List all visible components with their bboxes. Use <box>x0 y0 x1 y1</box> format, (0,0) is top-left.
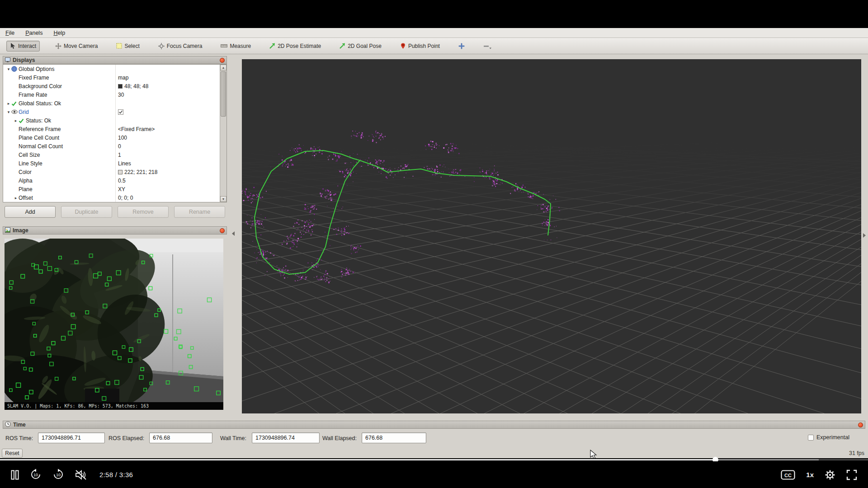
scroll-down-arrow-icon[interactable]: ▼ <box>220 196 226 202</box>
tool-remove-tool-minus[interactable] <box>480 41 495 51</box>
display-property-row-status-ok[interactable]: ▸Status: Ok <box>3 116 226 125</box>
tool-add-tool-plus[interactable] <box>455 41 468 51</box>
display-property-row-normal-cell-count[interactable]: Normal Cell Count0 <box>3 142 226 150</box>
camera-image-view: SLAM V.O. | Maps: 1, KFs: 86, MPs: 573, … <box>5 239 223 410</box>
tool-publish-point[interactable]: Publish Point <box>397 41 443 51</box>
video-progress-bar[interactable] <box>0 458 868 461</box>
reset-button[interactable]: Reset <box>2 449 23 458</box>
tool-select[interactable]: Select <box>113 41 142 51</box>
display-property-row-alpha[interactable]: Alpha0.5 <box>3 176 226 185</box>
property-value[interactable]: 48; 48; 48 <box>118 82 148 90</box>
wall-elapsedfield[interactable]: 676.68 <box>362 432 426 443</box>
color-swatch <box>118 170 123 174</box>
forward-10-button[interactable]: 10 <box>52 469 64 481</box>
value-text: XY <box>118 186 125 192</box>
property-value[interactable] <box>118 108 123 116</box>
settings-gear-icon[interactable] <box>825 469 835 480</box>
tool-focus-camera[interactable]: Focus Camera <box>155 41 206 51</box>
closed-captions-button[interactable]: CC <box>781 470 795 480</box>
video-player: FilePanelsHelp InteractMove CameraSelect… <box>0 0 868 488</box>
wall-timelabel: Wall Time: <box>220 435 246 441</box>
displays-panel-title: Displays <box>13 57 35 63</box>
tool-move-camera[interactable]: Move Camera <box>52 41 101 51</box>
display-property-row-reference-frame[interactable]: Reference Frame<Fixed Frame> <box>3 125 226 133</box>
remove-tool-minus-icon <box>483 43 492 49</box>
render-viewport-3d[interactable] <box>242 59 861 413</box>
property-label: Grid <box>19 109 29 115</box>
property-label: Normal Cell Count <box>19 143 63 150</box>
display-property-row-color[interactable]: Color222; 221; 218 <box>3 168 226 176</box>
displays-panel-header: Displays <box>3 56 227 64</box>
tool-label: Select <box>124 43 139 49</box>
tool-label: Measure <box>230 43 251 49</box>
tool-interact[interactable]: Interact <box>6 41 40 52</box>
display-property-row-plane-cell-count[interactable]: Plane Cell Count100 <box>3 133 226 142</box>
display-property-row-line-style[interactable]: Line StyleLines <box>3 159 226 168</box>
value-text: Lines <box>118 160 131 167</box>
display-property-row-grid[interactable]: ▾Grid <box>3 108 226 116</box>
playback-speed-button[interactable]: 1x <box>806 471 814 479</box>
expander-open-icon[interactable]: ▾ <box>6 110 11 114</box>
property-value[interactable]: map <box>118 73 128 82</box>
display-property-row-plane[interactable]: PlaneXY <box>3 185 226 193</box>
fullscreen-button[interactable] <box>846 469 857 480</box>
panel-collapse-arrow-right[interactable] <box>863 233 866 238</box>
value-text: 0; 0; 0 <box>118 195 133 201</box>
property-label: Background Color <box>19 83 62 89</box>
ros-elapsedfield[interactable]: 676.68 <box>149 432 212 443</box>
tree-scrollbar[interactable]: ▲ ▼ <box>220 65 226 202</box>
volume-muted-icon[interactable] <box>75 469 87 480</box>
expander-closed-icon[interactable]: ▸ <box>6 101 11 106</box>
svg-text:CC: CC <box>784 472 792 478</box>
property-value[interactable]: <Fixed Frame> <box>118 125 155 133</box>
property-label: Cell Size <box>19 152 40 158</box>
grid-enabled-checkbox <box>118 109 123 115</box>
expander-open-icon[interactable]: ▾ <box>6 67 11 71</box>
property-value[interactable]: 0 <box>118 142 121 150</box>
property-value[interactable]: Lines <box>118 159 131 168</box>
panel-collapse-arrow-left[interactable] <box>232 231 235 236</box>
expander-closed-icon[interactable]: ▸ <box>13 196 19 200</box>
clock-icon <box>5 421 11 428</box>
tool-label: Publish Point <box>408 43 440 49</box>
add-tool-plus-icon <box>458 43 465 49</box>
display-property-row-offset[interactable]: ▸Offset0; 0; 0 <box>3 193 226 202</box>
image-panel-close-button[interactable] <box>220 228 225 233</box>
scroll-up-arrow-icon[interactable]: ▲ <box>220 65 226 70</box>
property-value[interactable]: 222; 221; 218 <box>118 168 157 176</box>
display-property-row-global-options[interactable]: ▾Global Options <box>3 65 226 73</box>
experimental-checkbox[interactable] <box>808 435 814 441</box>
tool-2d-pose-estimate[interactable]: 2D Pose Estimate <box>266 41 324 51</box>
display-property-row-cell-size[interactable]: Cell Size1 <box>3 150 226 159</box>
add-button[interactable]: Add <box>5 206 56 218</box>
display-property-row-background-color[interactable]: Background Color48; 48; 48 <box>3 82 226 90</box>
expander-closed-icon[interactable]: ▸ <box>13 118 19 123</box>
property-value[interactable]: 100 <box>118 133 127 142</box>
tool-measure[interactable]: Measure <box>217 41 254 51</box>
menu-help[interactable]: Help <box>53 30 65 36</box>
property-value[interactable]: 1 <box>118 150 121 159</box>
rewind-10-button[interactable]: 10 <box>30 469 42 481</box>
scrollbar-thumb[interactable] <box>221 71 226 117</box>
image-panel-title: Image <box>13 227 28 234</box>
wall-timefield[interactable]: 1730948896.74 <box>252 432 320 443</box>
displays-panel-close-button[interactable] <box>220 58 225 63</box>
menu-panels[interactable]: Panels <box>25 30 42 36</box>
value-text: 30 <box>118 92 124 98</box>
menu-file[interactable]: File <box>5 30 14 36</box>
display-property-row-fixed-frame[interactable]: Fixed Framemap <box>3 73 226 82</box>
display-property-row-global-status-ok[interactable]: ▸Global Status: Ok <box>3 99 226 108</box>
ros-timefield[interactable]: 1730948896.71 <box>38 432 105 443</box>
display-property-row-frame-rate[interactable]: Frame Rate30 <box>3 90 226 99</box>
pause-button[interactable] <box>11 470 19 480</box>
eye-icon <box>11 109 19 114</box>
experimental-toggle[interactable]: Experimental <box>808 434 849 441</box>
property-value[interactable]: 0.5 <box>118 176 126 185</box>
property-value[interactable]: 0; 0; 0 <box>118 193 133 202</box>
image-panel-header: Image <box>3 226 227 235</box>
time-panel-close-button[interactable] <box>858 422 863 427</box>
property-value[interactable]: 30 <box>118 90 124 99</box>
tool-2d-goal-pose[interactable]: 2D Goal Pose <box>336 41 385 51</box>
check-icon <box>19 118 26 123</box>
property-value[interactable]: XY <box>118 185 125 193</box>
